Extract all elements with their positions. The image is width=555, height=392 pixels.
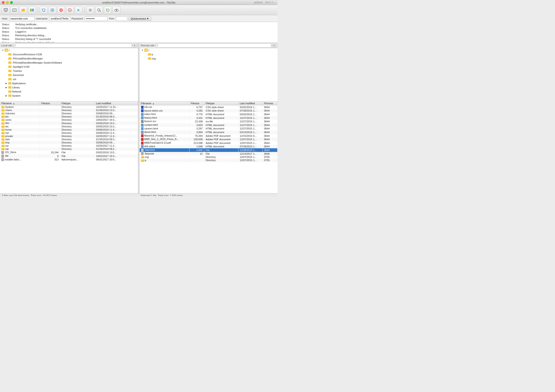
minimize-button[interactable]	[6, 1, 9, 4]
cell-filesize: 12	[189, 152, 204, 156]
table-row[interactable]: MBEPostOak4-8-13.pdf 213,098 Adobe PDF d…	[140, 141, 278, 145]
local-tree-item[interactable]: Network	[0, 90, 138, 94]
local-tree-item[interactable]: ▼📁/	[0, 48, 138, 52]
table-row[interactable]: Volumes Directory 03/08/2018 09:...	[0, 112, 138, 115]
local-tree-item[interactable]: .Spotlight-V100	[0, 65, 138, 69]
host-input[interactable]	[9, 16, 35, 21]
username-input[interactable]	[49, 16, 70, 21]
local-tree-item[interactable]: .fseventsd	[0, 73, 138, 77]
local-site-dropdown[interactable]: ▼	[133, 43, 136, 48]
remote-tree-item[interactable]: svg	[140, 57, 278, 61]
remote-col-filesize[interactable]: Filesize	[189, 101, 204, 105]
cell-filetype: HTML document	[204, 145, 238, 149]
local-browser-button[interactable]	[19, 6, 27, 14]
table-row[interactable]: cores Directory 10/02/2017 19:3...	[0, 118, 138, 121]
cell-filetype: Directory	[60, 105, 95, 109]
table-row[interactable]: bin Directory 01/30/2018 08:3...	[0, 115, 138, 118]
reconnect-button[interactable]	[75, 6, 82, 14]
cell-filesize: 3,894	[189, 130, 204, 134]
table-row[interactable]: Users Directory 01/30/2018 13:3...	[0, 108, 138, 112]
local-tree-item[interactable]: .Trashes	[0, 69, 138, 73]
remote-col-filetype[interactable]: Filetype	[204, 101, 238, 105]
cell-modified: 12/07/2015 1...	[238, 137, 263, 141]
remote-tree-item[interactable]: p	[140, 52, 278, 57]
local-tree-item[interactable]: .PKInstallSandboxManager	[0, 57, 138, 61]
table-row[interactable]: net Directory 03/06/2018 11:4...	[0, 131, 138, 135]
binoculars-button[interactable]	[113, 6, 120, 14]
table-row[interactable]: var Directory 01/30/2018 08:2...	[0, 147, 138, 150]
search-button[interactable]	[95, 6, 103, 14]
table-row[interactable]: dev Directory 03/05/2018 10:3...	[0, 121, 138, 125]
remote-col-perms[interactable]: Permiss	[263, 101, 278, 105]
table-row[interactable]: about.html 3,894 HTML document 02/23/201…	[140, 130, 278, 134]
messages-button[interactable]	[11, 6, 18, 14]
table-row[interactable]: MBR_Nov_2_2015_Press_R... 128,008 Adobe …	[140, 137, 278, 141]
table-row[interactable]: sbin Directory 01/30/2018 08:3...	[0, 138, 138, 141]
process-queue-button[interactable]	[49, 6, 56, 14]
refresh-button[interactable]	[40, 6, 48, 14]
local-sitebar: Local site: ▼	[0, 43, 138, 48]
queue-manager-button[interactable]	[86, 6, 94, 14]
local-col-modified[interactable]: Last modified	[95, 101, 138, 105]
local-col-filename[interactable]: Filename ▲	[0, 101, 40, 105]
table-row[interactable]: careers.html 3,297 HTML document 12/27/2…	[140, 127, 278, 131]
table-row[interactable]: history.html 3,431 HTML document 12/27/2…	[140, 116, 278, 120]
cell-modified: 01/30/2018 13:3...	[95, 108, 138, 112]
table-row[interactable]: .ftpquota 12 File 12/14/2017 1... 0600	[140, 152, 278, 156]
remote-col-modified[interactable]: Last modified	[238, 101, 263, 105]
sync-button[interactable]	[28, 6, 36, 14]
cancel-button[interactable]	[57, 6, 65, 14]
local-tree-item[interactable]: .vol	[0, 77, 138, 81]
cell-filesize	[40, 141, 60, 144]
password-input[interactable]	[85, 16, 108, 21]
cell-filesize: 213,098	[189, 141, 204, 145]
table-row[interactable]: .file 0 File 10/02/2017 19:3...	[0, 154, 138, 158]
table-row[interactable]: layout-styles.css 4,282 CSS style sheet …	[140, 109, 278, 113]
table-row[interactable]: System Directory 10/25/2017 11:31...	[0, 105, 138, 109]
quickconnect-button[interactable]: Quickconnect ▼	[129, 16, 151, 21]
remote-col-filename[interactable]: Filename ▲	[140, 101, 190, 105]
table-row[interactable]: index.html 4,776 HTML document 02/02/201…	[140, 113, 278, 116]
table-row[interactable]: favicon.ico 22,438 ico-file 12/27/2015 1…	[140, 120, 278, 123]
table-row[interactable]: contact.html 3,603 HTML document 12/27/2…	[140, 123, 278, 127]
table-row[interactable]: installer.failur... 313 failurereques...…	[0, 158, 138, 162]
local-tree-item[interactable]: ▶Applications	[0, 81, 138, 85]
local-tree-item[interactable]: .PKInstallSandboxManager-SystemSoftware	[0, 61, 138, 65]
local-site-path[interactable]	[14, 43, 132, 48]
table-row[interactable]: 404.shtml 1,699 HTML document 07/28/2015…	[140, 145, 278, 149]
tree-item-label: .fseventsd	[12, 74, 24, 76]
table-row[interactable]: .htaccess 1,505 File 12/08/2015 1... 064…	[140, 148, 278, 152]
local-tree-item[interactable]: .DocumentRevisions-V100	[0, 52, 138, 57]
maximize-button[interactable]	[10, 1, 13, 4]
site-manager-button[interactable]	[2, 6, 10, 14]
toolbar	[0, 5, 278, 15]
close-button[interactable]	[2, 1, 5, 4]
table-row[interactable]: Maverick_Fonda_release12... 76,393 Adobe…	[140, 134, 278, 138]
tree-item-label: Library	[12, 86, 20, 89]
local-col-filetype[interactable]: Filetype	[60, 101, 95, 105]
cell-perms: 0644	[263, 123, 278, 127]
table-row[interactable]: etc Directory 03/05/2018 10:3...	[0, 125, 138, 128]
table-row[interactable]: private Directory 10/25/2017 11:3...	[0, 135, 138, 138]
remote-site-path[interactable]	[156, 43, 271, 48]
cell-filename: bin	[0, 115, 40, 118]
cell-filetype: Adobe PDF document	[204, 141, 238, 145]
compare-button[interactable]	[104, 6, 112, 14]
table-row[interactable]: mb.css 6,797 CSS style sheet 02/02/2016 …	[140, 105, 278, 109]
table-row[interactable]: p Directory 12/07/2015 1... 0755	[140, 159, 278, 162]
table-row[interactable]: svg Directory 12/07/2015 1... 0755	[140, 155, 278, 159]
port-input[interactable]	[116, 16, 127, 21]
local-tree-item[interactable]: ▶Library	[0, 85, 138, 90]
local-col-filesize[interactable]: Filesize	[40, 101, 60, 105]
remote-tree-item[interactable]: ▼📁/	[140, 48, 278, 52]
local-tree-item[interactable]: ▶System	[0, 94, 138, 98]
table-row[interactable]: tmp Directory 03/08/2018 09:...	[0, 141, 138, 144]
local-status: 3 files and 24 directories. Total size: …	[0, 194, 139, 196]
table-row[interactable]: home Directory 03/06/2018 11:4...	[0, 128, 138, 131]
table-row[interactable]: usr Directory 10/25/2017 11:2...	[0, 144, 138, 147]
cell-filetype: ico-file	[204, 120, 238, 123]
disconnect-button[interactable]	[66, 6, 74, 14]
remote-site-dropdown[interactable]: ▼	[272, 43, 276, 48]
table-row[interactable]: .DS_Store 10,244 File 03/02/2018 13:5...	[0, 150, 138, 154]
cell-filetype: Directory	[60, 118, 95, 121]
